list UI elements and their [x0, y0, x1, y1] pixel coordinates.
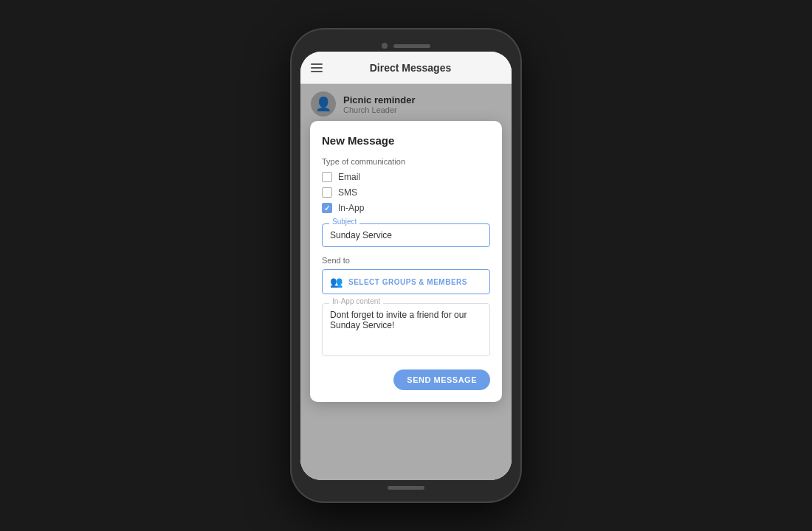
subject-floating-label: Subject: [329, 218, 359, 226]
send-message-button[interactable]: SEND MESSAGE: [393, 369, 490, 390]
groups-icon: 👥: [330, 276, 343, 288]
phone-top-bar: [300, 38, 512, 52]
phone-camera: [382, 43, 388, 49]
new-message-modal: New Message Type of communication Email …: [310, 121, 502, 402]
sms-checkbox-label: SMS: [338, 187, 357, 198]
send-to-label: Send to: [322, 256, 490, 265]
checkbox-group: Email SMS In-App: [322, 172, 490, 213]
app-content: 👤 Picnic reminder Church Leader New Mess…: [300, 84, 512, 480]
modal-footer: SEND MESSAGE: [322, 369, 490, 390]
phone-frame: Direct Messages 👤 Picnic reminder Church…: [292, 30, 520, 502]
select-groups-label: SELECT GROUPS & MEMBERS: [348, 278, 467, 286]
communication-type-label: Type of communication: [322, 157, 490, 166]
checkbox-item-email[interactable]: Email: [322, 172, 490, 182]
modal-title: New Message: [322, 134, 490, 147]
checkbox-item-inapp[interactable]: In-App: [322, 203, 490, 213]
email-checkbox[interactable]: [322, 172, 332, 182]
subject-field-wrapper: Subject: [322, 223, 490, 247]
modal-overlay: New Message Type of communication Email …: [300, 84, 512, 480]
inapp-content-floating-label: In-App content: [329, 297, 383, 305]
app-header: Direct Messages: [300, 52, 512, 84]
inapp-content-textarea[interactable]: Dont forget to invite a friend for our S…: [322, 303, 490, 356]
inapp-checkbox[interactable]: [322, 203, 332, 213]
phone-bottom-bar: [300, 480, 512, 493]
phone-home-bar: [388, 486, 424, 490]
email-checkbox-label: Email: [338, 172, 360, 182]
inapp-content-wrapper: In-App content Dont forget to invite a f…: [322, 303, 490, 359]
app-header-title: Direct Messages: [320, 62, 501, 74]
inapp-checkbox-label: In-App: [338, 203, 364, 213]
phone-speaker: [393, 44, 430, 48]
select-groups-button[interactable]: 👥 SELECT GROUPS & MEMBERS: [322, 269, 490, 294]
subject-input[interactable]: [322, 223, 490, 247]
sms-checkbox[interactable]: [322, 187, 332, 198]
phone-screen: Direct Messages 👤 Picnic reminder Church…: [300, 52, 512, 480]
checkbox-item-sms[interactable]: SMS: [322, 187, 490, 198]
